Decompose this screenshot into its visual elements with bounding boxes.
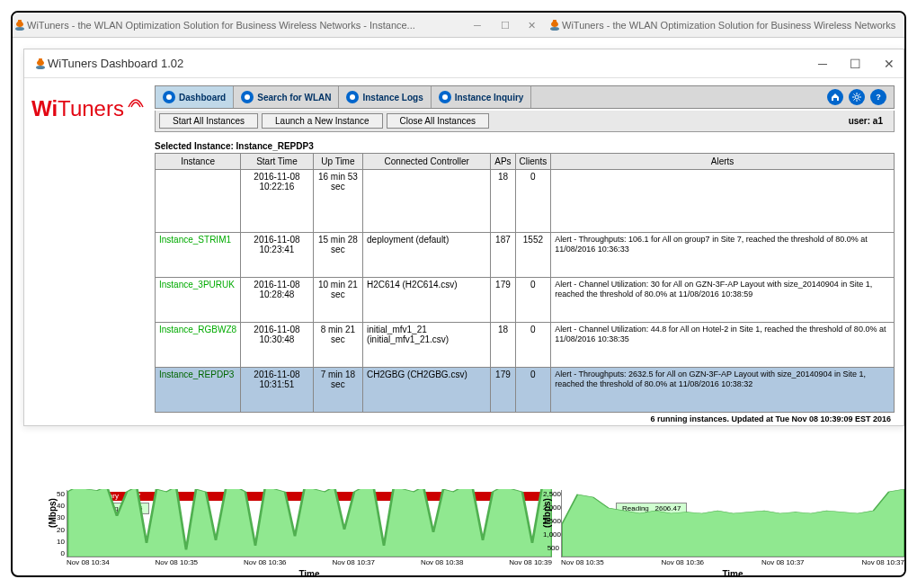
tabs-row: DashboardSearch for WLANInstance LogsIns… [155,85,895,109]
background-window-left: WiTuners - the WLAN Optimization Solutio… [13,13,548,38]
column-header[interactable]: Start Time [241,154,314,170]
logo: WiTuners [24,78,155,425]
tab-dashboard[interactable]: Dashboard [156,86,234,108]
column-header[interactable]: Clients [515,154,551,170]
java-icon [13,18,27,32]
chart-xlabel: Time [561,569,904,577]
wifi-icon [127,96,145,109]
uptime-cell: 8 min 21 sec [313,323,362,368]
table-row[interactable]: Instance_REPDP32016-11-08 10:31:517 min … [156,368,895,413]
aps-cell: 179 [491,368,515,413]
chart-xlabel: Time [67,569,552,577]
selected-instance-label: Selected Instance: Instance_REPDP3 [155,141,895,151]
table-row[interactable]: Instance_STRIM12016-11-08 10:23:4115 min… [156,233,895,278]
svg-point-1 [550,27,559,31]
alert-cell: Alert - Channel Utilization: 30 for All … [551,278,895,323]
table-row[interactable]: Instance_3PURUK2016-11-08 10:28:4810 min… [156,278,895,323]
instance-cell: Instance_RGBWZ8 [156,323,241,368]
instance-cell: Instance_3PURUK [156,278,241,323]
aps-cell: 18 [491,170,515,233]
svg-point-4 [245,94,250,100]
close-all-button[interactable]: Close All Instances [387,113,490,129]
tab-search-for-wlan[interactable]: Search for WLAN [234,86,339,108]
tab-icon [439,91,451,103]
column-header[interactable]: APs [491,154,515,170]
controller-cell [363,170,491,233]
start-cell: 2016-11-08 10:23:41 [241,233,314,278]
java-icon [548,18,562,32]
controller-cell: deployment (default) [363,233,491,278]
svg-point-3 [166,94,172,100]
chart-right: (Mbps) 2,5002,0001,5001,000500 Reading 2… [561,490,904,575]
tab-label: Search for WLAN [257,93,331,102]
tab-icon [163,91,175,103]
start-all-button[interactable]: Start All Instances [159,113,258,129]
home-button[interactable] [827,89,843,105]
clients-cell: 1552 [515,233,551,278]
minimize-button[interactable]: ─ [474,20,485,31]
tab-icon [346,91,359,103]
aps-cell: 18 [491,323,515,368]
maximize-button[interactable]: ☐ [501,20,512,31]
settings-button[interactable] [849,89,865,105]
table-row[interactable]: 2016-11-08 10:22:1616 min 53 sec180 [156,170,895,233]
user-label: user: a1 [849,116,890,126]
alert-cell: Alert - Throughputs: 106.1 for All on gr… [551,233,895,278]
column-header[interactable]: Instance [156,154,241,170]
clients-cell: 0 [515,323,551,368]
alert-cell: Alert - Throughputs: 2632.5 for All on G… [551,368,895,413]
action-row: Start All Instances Launch a New Instanc… [155,111,895,132]
tab-label: Instance Logs [362,93,423,102]
tab-icon [241,91,254,103]
close-button[interactable]: ✕ [884,57,895,71]
instance-cell [156,170,241,233]
alert-cell: Alert - Channel Utilization: 44.8 for Al… [551,323,895,368]
column-header[interactable]: Connected Controller [363,154,491,170]
svg-point-5 [350,94,355,100]
controller-cell: H2C614 (H2C614.csv) [363,278,491,323]
background-window-right-title: WiTuners - the WLAN Optimization Solutio… [562,20,904,31]
start-cell: 2016-11-08 10:22:16 [241,170,314,233]
controller-cell: CH2GBG (CH2GBG.csv) [363,368,491,413]
column-header[interactable]: Up Time [313,154,362,170]
instance-cell: Instance_REPDP3 [156,368,241,413]
column-header[interactable]: Alerts [551,154,895,170]
clients-cell: 0 [515,278,551,323]
minimize-button[interactable]: ─ [818,57,827,71]
clients-cell: 0 [515,368,551,413]
background-window-right: WiTuners - the WLAN Optimization Solutio… [548,13,904,38]
alert-cell [551,170,895,233]
java-icon [33,57,48,71]
tab-instance-logs[interactable]: Instance Logs [339,86,431,108]
chart-left: (Mbps) 50403020100 Alert Boundary 54.7 R… [67,490,552,575]
uptime-cell: 15 min 28 sec [313,233,362,278]
uptime-cell: 16 min 53 sec [313,170,362,233]
svg-point-0 [15,27,24,31]
close-button[interactable]: ✕ [528,20,539,31]
svg-point-6 [442,94,448,100]
tab-instance-inquiry[interactable]: Instance Inquiry [432,86,532,108]
maximize-button[interactable]: ☐ [850,57,861,71]
background-window-left-title: WiTuners - the WLAN Optimization Solutio… [27,20,474,31]
svg-text:?: ? [876,93,881,102]
table-row[interactable]: Instance_RGBWZ82016-11-08 10:30:488 min … [156,323,895,368]
instance-table: InstanceStart TimeUp TimeConnected Contr… [155,153,895,413]
main-dashboard-window: WiTuners Dashboard 1.02 ─ ☐ ✕ WiTuners D… [23,49,904,426]
tab-label: Instance Inquiry [455,93,524,102]
start-cell: 2016-11-08 10:30:48 [241,323,314,368]
start-cell: 2016-11-08 10:28:48 [241,278,314,323]
main-window-title: WiTuners Dashboard 1.02 [48,57,818,70]
help-button[interactable]: ? [870,89,886,105]
svg-point-2 [36,66,45,69]
main-titlebar: WiTuners Dashboard 1.02 ─ ☐ ✕ [24,49,904,78]
aps-cell: 187 [491,233,515,278]
start-cell: 2016-11-08 10:31:51 [241,368,314,413]
uptime-cell: 10 min 21 sec [313,278,362,323]
clients-cell: 0 [515,170,551,233]
svg-point-7 [855,95,859,99]
instance-cell: Instance_STRIM1 [156,233,241,278]
aps-cell: 179 [491,278,515,323]
launch-button[interactable]: Launch a New Instance [262,113,383,129]
uptime-cell: 7 min 18 sec [313,368,362,413]
controller-cell: initial_mfv1_21 (initial_mfv1_21.csv) [363,323,491,368]
